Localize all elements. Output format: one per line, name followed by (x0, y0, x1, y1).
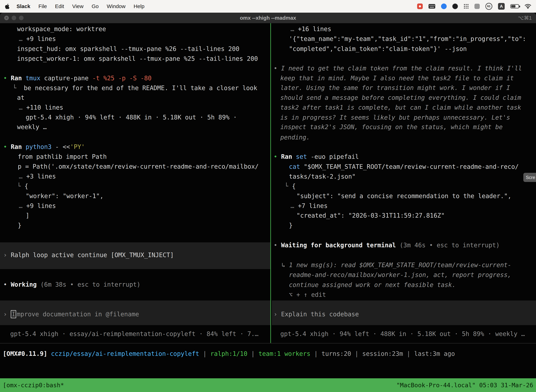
terminal-line: '{"team_name":"my-team","task_id":"1","f… (289, 34, 526, 44)
terminal-line: p = Path('.omx/state/team/review-current… (18, 162, 259, 171)
menu-bar: Slack File Edit View Go Window Help (0, 0, 536, 13)
terminal-line: "completed","claim_token":"claim-token"}… (289, 44, 467, 54)
terminal-line: • I need to get the claim token from the… (274, 63, 522, 73)
terminal-line: … +3 lines (19, 171, 56, 181)
menu-item-file[interactable]: File (38, 3, 47, 9)
terminal-line: gpt-5.4 xhigh · essay/ai-reimplementatio… (10, 329, 258, 339)
terminal-line: … +9 lines (19, 34, 56, 44)
terminal-cursor: I (11, 310, 16, 318)
menu-item-help[interactable]: Help (134, 3, 144, 9)
terminal-line: inspect_worker-1: omx sparkshell --tmux-… (17, 54, 258, 64)
tooltip-text: Scre (526, 175, 535, 180)
battery-icon[interactable] (510, 4, 519, 9)
record-dot-icon (419, 5, 421, 7)
terminal-line: should send a message before completing … (280, 93, 521, 103)
terminal-line: • Working (6m 38s • esc to interrupt) (3, 280, 140, 289)
terminal-line: └ { (17, 181, 28, 191)
terminal-line: cat "$OMX_TEAM_STATE_ROOT/team/review-cu… (289, 162, 519, 172)
grid-dots-icon[interactable] (464, 4, 469, 9)
terminal-line: ↳ 1 new msg(s): read $OMX_TEAM_STATE_ROO… (282, 260, 511, 270)
terminal-line: } (18, 220, 21, 230)
menu-app-name[interactable]: Slack (17, 3, 30, 9)
pane-divider-vertical[interactable] (270, 23, 271, 343)
terminal-line: … +7 lines (291, 201, 328, 211)
terminal-line: • Ran python3 - <<'PY' (3, 142, 85, 152)
menu-status-icons: 61 A (417, 3, 531, 10)
terminal-line: • Ran set -euo pipefail (274, 152, 359, 162)
terminal-line: pending. (280, 132, 310, 142)
terminal-line: weekly … (17, 122, 47, 132)
terminal-line: • Waiting for background terminal (3m 46… (274, 240, 500, 250)
menu-item-go[interactable]: Go (92, 3, 99, 9)
terminal-line: workspace_mode: worktree (17, 24, 106, 34)
terminal-line: … +110 lines (19, 103, 63, 112)
terminal-line: … +9 lines (19, 201, 56, 211)
terminal-line: ⌥ + ↑ edit (289, 290, 326, 300)
menu-item-view[interactable]: View (72, 3, 83, 9)
terminal-line: gpt-5.4 xhigh · 94% left · 488K in · 5.1… (280, 329, 525, 339)
terminal-line: "worker": "worker-1", (26, 191, 104, 201)
terminal-line: › Improve documentation in @filename (3, 309, 139, 319)
apple-icon (5, 4, 10, 9)
terminal-line: › Ralph loop active continue [OMX_TMUX_I… (3, 250, 174, 260)
keyboard-icon[interactable] (428, 4, 436, 9)
menu-item-window[interactable]: Window (107, 3, 125, 9)
terminal-line: is in progress? It seems likely but perh… (280, 112, 510, 122)
terminal-line: ] (26, 210, 29, 220)
input-source-icon[interactable]: A (498, 3, 505, 10)
terminal-line: gpt-5.4 xhigh · 94% left · 488K in · 5.1… (26, 112, 237, 122)
terminal-line: later. Using the same for transition mig… (280, 83, 510, 93)
terminal-line: continue assigned work or next feasible … (289, 280, 456, 290)
terminal-line: • Ran tmux capture-pane -t %25 -p -S -80 (3, 73, 152, 83)
wifi-icon[interactable] (525, 4, 531, 9)
menu-item-edit[interactable]: Edit (55, 3, 64, 9)
tmux-status-bar: [omx-cczip0:bash* "MacBook-Pro-44.local"… (0, 378, 536, 392)
terminal-line: … +16 lines (291, 24, 331, 34)
terminal-content[interactable]: workspace_mode: worktree… +9 linesinspec… (0, 0, 536, 392)
battery-percent-icon[interactable]: 61 (485, 3, 492, 10)
terminal-line: └ be necessary for the end of the README… (13, 83, 257, 93)
dark-app-icon[interactable] (452, 4, 458, 9)
terminal-line: tasks/task-2.json" (289, 172, 356, 182)
terminal-line: "subject": "send a concise recommendatio… (297, 191, 511, 201)
gray-app-icon[interactable] (474, 4, 480, 9)
apple-menu[interactable] (5, 4, 10, 9)
screen-recording-icon[interactable] (417, 4, 423, 9)
terminal-line: } (289, 220, 293, 230)
terminal-line: › Explain this codebase (274, 309, 359, 319)
screenshot-tooltip: Scre (523, 173, 536, 182)
terminal-line: keep that in mind. Maybe I also need the… (280, 73, 514, 83)
terminal-line: task2 after task1 is complete, but can I… (280, 103, 521, 112)
tmux-host-clock: "MacBook-Pro-44.local" 05:03 31-Mar-26 (396, 382, 533, 389)
terminal-line: [OMX#0.11.9] cczip/essay/ai-reimplementa… (3, 349, 455, 359)
terminal-line: └ { (285, 181, 296, 191)
terminal-line: inspect task2's JSON, focusing on the st… (280, 122, 502, 132)
pane-divider-horizontal[interactable] (0, 343, 536, 344)
terminal-line: inspect_hud: omx sparkshell --tmux-pane … (17, 44, 239, 54)
blue-app-icon[interactable] (441, 4, 447, 9)
tmux-session-label: [omx-cczip0:bash* (3, 382, 64, 389)
screen: Slack File Edit View Go Window Help (0, 0, 536, 392)
terminal-line: at (17, 93, 24, 103)
terminal-line: "created_at": "2026-03-31T11:59:27.816Z" (297, 210, 445, 220)
terminal-line: from pathlib import Path (18, 152, 107, 162)
terminal-line: readme-and-reco/mailbox/worker-1.json, a… (289, 270, 511, 280)
